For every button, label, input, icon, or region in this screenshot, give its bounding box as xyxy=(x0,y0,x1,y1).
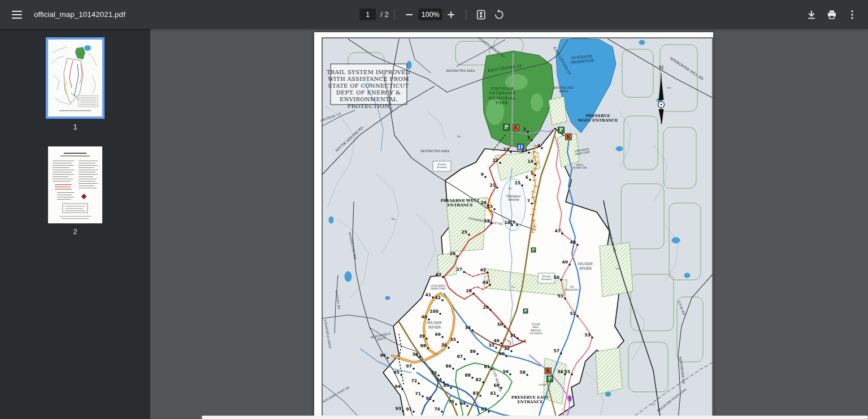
svg-text:WT: WT xyxy=(442,342,446,345)
svg-text:58: 58 xyxy=(520,370,526,375)
svg-text:7: 7 xyxy=(527,198,530,204)
zoom-out-button[interactable] xyxy=(401,6,419,24)
svg-text:15: 15 xyxy=(515,180,520,185)
svg-text:39: 39 xyxy=(419,334,425,339)
svg-text:PrivateProperty: PrivateProperty xyxy=(437,163,447,169)
svg-text:33: 33 xyxy=(489,343,494,348)
svg-text:WT: WT xyxy=(615,267,620,270)
download-icon xyxy=(806,10,817,20)
svg-text:42: 42 xyxy=(435,295,441,300)
page-1-thumbnail-image xyxy=(48,40,102,116)
svg-text:45: 45 xyxy=(480,267,486,273)
svg-text:5: 5 xyxy=(531,170,533,175)
svg-text:96: 96 xyxy=(380,353,386,358)
svg-text:86: 86 xyxy=(446,364,452,369)
svg-text:26: 26 xyxy=(450,251,455,256)
svg-text:76: 76 xyxy=(435,407,440,412)
svg-text:31: 31 xyxy=(510,333,516,338)
svg-text:91: 91 xyxy=(406,407,412,412)
svg-text:59: 59 xyxy=(503,369,509,374)
svg-text:89: 89 xyxy=(470,349,476,354)
rotate-ccw-icon xyxy=(494,9,505,20)
download-button[interactable] xyxy=(802,6,821,24)
svg-text:24: 24 xyxy=(522,148,527,153)
svg-text:61: 61 xyxy=(491,391,496,396)
page-number-input[interactable] xyxy=(359,8,376,20)
page-2-thumbnail-image xyxy=(48,146,102,223)
svg-text:N: N xyxy=(659,64,664,71)
fit-page-button[interactable] xyxy=(472,6,491,24)
svg-text:27: 27 xyxy=(457,267,462,272)
svg-text:PrivateProperty: PrivateProperty xyxy=(541,275,552,280)
svg-text:28: 28 xyxy=(466,288,472,293)
svg-text:53: 53 xyxy=(585,332,591,338)
svg-text:21: 21 xyxy=(490,183,496,188)
thumbnail-label-2: 2 xyxy=(73,227,77,236)
svg-text:74: 74 xyxy=(436,377,442,382)
fit-page-icon xyxy=(476,9,487,20)
svg-text:85: 85 xyxy=(444,383,449,388)
svg-text:95: 95 xyxy=(394,370,400,375)
minus-icon xyxy=(406,11,414,19)
svg-text:Ws: Ws xyxy=(392,218,396,221)
svg-text:P: P xyxy=(548,376,552,382)
horizontal-scrollbar[interactable] xyxy=(202,416,868,419)
pdf-toolbar: official_map_10142021.pdf / 2 100% xyxy=(0,0,868,29)
svg-text:38: 38 xyxy=(413,352,418,357)
svg-text:14: 14 xyxy=(528,159,533,164)
trail-map-image: PKPKKPPP23456791314151718192021222324252… xyxy=(314,32,713,419)
svg-text:MUDDYRIVER: MUDDYRIVER xyxy=(427,321,443,330)
svg-text:17: 17 xyxy=(510,220,515,225)
svg-text:RESTRICTED AREA: RESTRICTED AREA xyxy=(446,69,475,72)
plus-icon xyxy=(448,11,455,19)
svg-text:41: 41 xyxy=(426,292,431,297)
svg-text:K: K xyxy=(514,125,518,131)
svg-text:20: 20 xyxy=(481,200,487,205)
svg-text:99: 99 xyxy=(435,332,441,337)
zoom-in-button[interactable] xyxy=(442,6,461,24)
svg-text:9: 9 xyxy=(481,172,484,177)
svg-text:25: 25 xyxy=(462,230,467,235)
rotate-button[interactable] xyxy=(491,6,509,24)
svg-text:P: P xyxy=(559,127,563,133)
svg-text:Sw: Sw xyxy=(511,286,515,288)
svg-text:30: 30 xyxy=(497,322,503,327)
svg-text:43: 43 xyxy=(436,272,441,277)
svg-text:TAMARACSWAMP: TAMARACSWAMP xyxy=(506,195,522,201)
svg-text:71: 71 xyxy=(415,391,421,396)
svg-text:Cs: Cs xyxy=(509,187,513,190)
svg-text:40: 40 xyxy=(422,314,427,319)
svg-text:52: 52 xyxy=(570,311,576,316)
svg-text:100: 100 xyxy=(429,309,439,314)
thumbnail-page-1[interactable] xyxy=(46,37,105,119)
svg-text:MUDDYRIVER: MUDDYRIVER xyxy=(578,262,594,271)
svg-text:93: 93 xyxy=(396,406,401,411)
menu-button[interactable] xyxy=(8,6,26,24)
svg-text:P: P xyxy=(532,248,535,252)
svg-text:84: 84 xyxy=(460,401,466,406)
page-count: / 2 xyxy=(380,10,388,19)
thumbnail-page-2[interactable] xyxy=(48,146,102,223)
svg-text:35: 35 xyxy=(450,337,456,342)
pdf-viewer: PKPKKPPP23456791314151718192021222324252… xyxy=(150,29,868,419)
document-title: official_map_10142021.pdf xyxy=(34,10,125,19)
svg-text:23: 23 xyxy=(504,147,509,152)
svg-text:55: 55 xyxy=(565,369,570,374)
svg-text:WT: WT xyxy=(667,87,671,89)
svg-text:88: 88 xyxy=(465,373,471,378)
svg-text:49: 49 xyxy=(562,260,568,265)
svg-text:50: 50 xyxy=(554,275,559,280)
svg-text:47: 47 xyxy=(555,228,561,234)
svg-text:48: 48 xyxy=(570,240,576,245)
svg-text:K: K xyxy=(546,368,550,374)
printer-icon xyxy=(827,10,837,20)
more-options-button[interactable] xyxy=(843,6,861,24)
svg-text:81: 81 xyxy=(484,364,490,369)
svg-text:WT: WT xyxy=(651,403,656,406)
svg-text:83: 83 xyxy=(473,391,479,396)
svg-text:18: 18 xyxy=(505,220,510,225)
svg-text:P: P xyxy=(505,124,509,130)
hamburger-icon xyxy=(12,11,22,19)
print-button[interactable] xyxy=(823,6,841,24)
svg-text:2: 2 xyxy=(523,127,526,132)
